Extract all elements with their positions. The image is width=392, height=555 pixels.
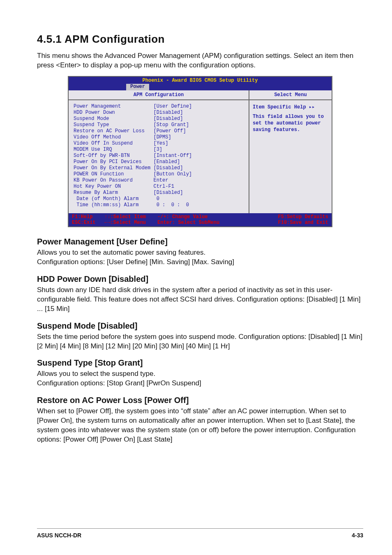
sub-heading-hdd-power-down: HDD Power Down [Disabled] [37,274,363,284]
page-footer: ASUS NCCH-DR 4-33 [37,528,363,539]
bios-main-header: APM Configuration [69,90,249,100]
bios-screenshot: Phoenix - Award BIOS CMOS Setup Utility … [68,76,332,227]
sub-heading-restore-ac: Restore on AC Power Loss [Power Off] [37,396,363,405]
bios-footer-left: F1:Help ↑↓:Select Item ESC:Exit ←→:Selec… [72,214,157,226]
bios-help-body: Item Specific Help ▸▸ This field allows … [249,100,332,137]
bios-tab-power[interactable]: Power [126,84,149,90]
bios-tabs: Power [69,84,332,90]
footer-right: 4-33 [352,532,363,539]
section-intro: This menu shows the Advanced Power Manag… [37,51,363,70]
bios-footer: F1:Help ↑↓:Select Item ESC:Exit ←→:Selec… [69,213,332,226]
section-title: 4.5.1 APM Configuration [37,33,363,46]
bios-help: Select Menu Item Specific Help ▸▸ This f… [249,90,332,213]
bios-title: Phoenix - Award BIOS CMOS Setup Utility [69,77,332,84]
bios-footer-mid: -/+: Change Value Enter: Select SubMenu [157,214,243,226]
bios-body: APM Configuration Power Management [User… [69,90,332,213]
sub-heading-suspend-mode: Suspend Mode [Disabled] [37,321,363,331]
sub-body-restore-ac: When set to [Power Off], the system goes… [37,407,363,444]
bios-help-text: This field allows you to set the automat… [253,114,328,133]
footer-left: ASUS NCCH-DR [37,532,81,539]
sub-body-suspend-type: Allows you to select the suspend type. C… [37,369,363,388]
bios-main: APM Configuration Power Management [User… [69,90,249,213]
sub-heading-power-management: Power Management [User Define] [37,237,363,246]
bios-footer-right: F5:Setup Defaults F10:Save and Exit [243,214,328,226]
bios-help-line1: Item Specific Help ▸▸ [253,104,328,111]
page: 4.5.1 APM Configuration This menu shows … [0,0,392,555]
bios-help-header: Select Menu [249,90,332,100]
sub-heading-suspend-type: Suspend Type [Stop Grant] [37,358,363,368]
sub-body-power-management: Allows you to set the automatic power sa… [37,248,363,267]
spacer [253,111,328,114]
sub-body-hdd-power-down: Shuts down any IDE hard disk drives in t… [37,286,363,314]
bios-config[interactable]: Power Management [User Define] HDD Power… [69,100,249,213]
sub-body-suspend-mode: Sets the time period before the system g… [37,332,363,351]
